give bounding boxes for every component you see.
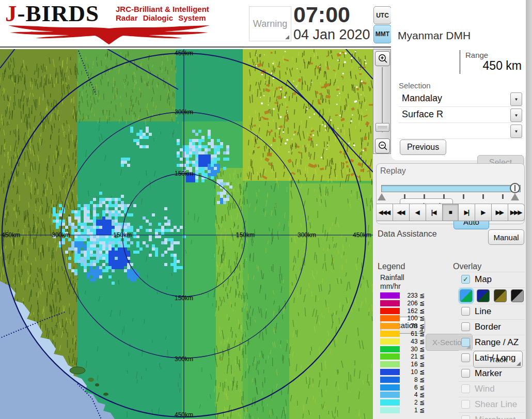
play[interactable]: ▶: [475, 204, 492, 221]
chevron-down-icon[interactable]: ▼: [510, 108, 522, 122]
overlay-item[interactable]: Microburst: [459, 413, 525, 419]
legend-color-swatch: [380, 292, 400, 299]
checkbox[interactable]: [461, 353, 470, 362]
ring-label: 450km: [175, 50, 193, 57]
step-back[interactable]: |◀: [426, 204, 443, 221]
slider-tick: [482, 194, 484, 199]
map-style-1[interactable]: [460, 289, 473, 302]
slider-tick: [463, 194, 464, 199]
zoom-slider-handle[interactable]: [375, 123, 389, 132]
legend-color-swatch: [380, 300, 400, 306]
checkbox[interactable]: [461, 384, 470, 393]
mmt-button[interactable]: MMT: [373, 25, 392, 43]
checkbox[interactable]: [461, 322, 470, 331]
legend-value: 100 ≦: [401, 315, 425, 322]
zoom-out-icon: [378, 141, 388, 151]
replay-label: Replay: [380, 166, 406, 176]
legend-row: 233 ≦: [380, 292, 447, 300]
forward-fast[interactable]: ▶▶▶: [508, 204, 525, 221]
legend-color-swatch: [380, 407, 400, 413]
replay-range-start-marker[interactable]: [378, 193, 386, 200]
legend-row: 8 ≦: [380, 376, 447, 384]
legend-value: 233 ≦: [401, 292, 425, 299]
radar-map-canvas[interactable]: 450km300km150km150km300km450km450km300km…: [0, 49, 373, 419]
legend-value: 2 ≦: [401, 399, 425, 406]
overlay-item[interactable]: Range / AZ: [459, 335, 525, 351]
replay-slider-track[interactable]: [381, 185, 521, 192]
selection-dropdown[interactable]: Mandalay ▼: [399, 91, 523, 107]
checkbox-map[interactable]: ✓: [461, 275, 470, 284]
slider-tick: [502, 194, 504, 199]
legend-title-units: mm/hr: [380, 282, 401, 290]
legend-value: 16 ≦: [401, 361, 425, 368]
legend-color-swatch: [380, 369, 400, 375]
replay-slider-handle[interactable]: [510, 183, 520, 193]
dropdown-value: Surface R: [402, 109, 443, 120]
overlay-item[interactable]: Marker: [459, 366, 525, 382]
overlay-item-label: Border: [475, 322, 501, 332]
data-assistance-label: Data Assistance: [378, 229, 437, 239]
ring-label: 300km: [52, 231, 70, 239]
ring-label: 150km: [175, 294, 193, 302]
legend-row: 78 ≦: [380, 322, 447, 330]
legend-value: 30 ≦: [401, 346, 425, 353]
overlay-item[interactable]: Shear Line: [459, 397, 525, 413]
chevron-down-icon[interactable]: ▼: [510, 92, 522, 106]
previous-button[interactable]: Previous: [400, 139, 446, 155]
replay-range-end-marker[interactable]: [511, 193, 519, 200]
rewind-fast[interactable]: ◀◀◀: [377, 204, 393, 221]
chevron-down-icon[interactable]: ▼: [510, 125, 522, 138]
checkbox[interactable]: [461, 307, 470, 316]
map-zoom-strip: [373, 49, 391, 154]
legend-value: 4 ≦: [401, 391, 425, 398]
legend-row: 2 ≦: [380, 399, 447, 407]
app-title-rest: -BIRDS: [18, 1, 100, 26]
overlay-item[interactable]: Lati / Long: [459, 351, 525, 366]
checkbox[interactable]: [461, 415, 470, 419]
overlay-item-label: Lati / Long: [475, 353, 515, 363]
overlay-item-label: Line: [475, 306, 491, 317]
legend-row: 100 ≦: [380, 315, 447, 322]
map-style-3[interactable]: [494, 289, 507, 302]
selection-dropdown[interactable]: Surface R ▼: [399, 107, 523, 123]
overlay-label: Overlay: [453, 262, 481, 271]
overlay-item-map[interactable]: ✓ Map: [459, 272, 525, 288]
legend-row: 1 ≦: [380, 407, 447, 414]
stop[interactable]: ■: [443, 204, 459, 221]
ring-label: 450km: [353, 231, 371, 239]
legend-value: 10 ≦: [401, 368, 425, 376]
overlay-item[interactable]: Border: [459, 320, 525, 335]
app-title: J-BIRDS: [5, 2, 99, 25]
overlay-item[interactable]: Wind: [459, 382, 525, 397]
map-style-4[interactable]: [511, 289, 524, 302]
ring-label: 150km: [175, 170, 193, 177]
legend-color-swatch: [380, 331, 400, 337]
app-title-j: J: [5, 1, 18, 26]
step-forward[interactable]: ▶|: [459, 204, 475, 221]
zoom-in-button[interactable]: [375, 51, 390, 66]
legend-color-swatch: [380, 384, 400, 391]
zoom-out-button[interactable]: [375, 138, 390, 153]
legend-color-swatch: [380, 346, 400, 352]
ring-label: 450km: [2, 231, 20, 239]
radar-map[interactable]: 450km300km150km150km300km450km450km300km…: [0, 49, 373, 419]
range-value: 450 km: [455, 59, 522, 73]
legend-row: 61 ≦: [380, 330, 447, 338]
checkbox[interactable]: [461, 400, 470, 409]
legend-color-swatch: [380, 323, 400, 329]
forward[interactable]: ▶▶: [492, 204, 508, 221]
utc-button[interactable]: UTC: [373, 6, 392, 24]
checkbox[interactable]: [461, 369, 470, 378]
checkbox[interactable]: [461, 338, 470, 347]
overlay-item-label: Shear Line: [475, 399, 517, 410]
manual-button[interactable]: Manual: [488, 229, 524, 245]
overlay-item-label: Map: [475, 274, 492, 285]
overlay-item-label: Microburst: [475, 415, 515, 419]
warning-button[interactable]: Warning: [249, 6, 291, 41]
play-reverse[interactable]: ◀: [410, 204, 426, 221]
overlay-item[interactable]: Line: [459, 304, 525, 320]
rewind[interactable]: ◀◀: [393, 204, 410, 221]
warning-label: Warning: [253, 19, 287, 29]
selection-dropdown[interactable]: ▼: [399, 123, 523, 139]
map-style-2[interactable]: [477, 289, 490, 302]
